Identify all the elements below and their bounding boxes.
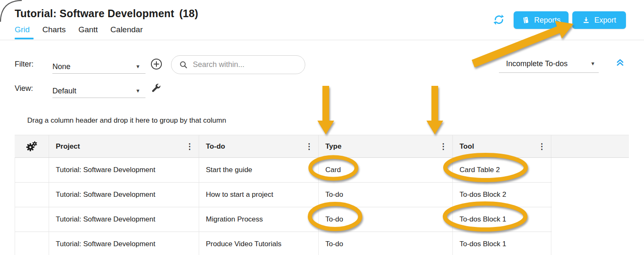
cell-project[interactable]: Tutorial: Software Development xyxy=(49,232,199,255)
column-header-filler xyxy=(551,135,629,157)
search-icon xyxy=(179,60,188,70)
column-header-label: Tool xyxy=(460,142,474,151)
cell-tool[interactable]: To-dos Block 1 xyxy=(453,207,551,232)
page-title: Tutorial: Software Development(18) xyxy=(15,8,198,20)
caret-down-icon: ▼ xyxy=(135,88,140,94)
view-tabs: Grid Charts Gantt Calendar xyxy=(15,25,143,39)
view-dropdown[interactable]: Default ▼ xyxy=(52,84,145,98)
reports-button[interactable]: Reports xyxy=(514,11,569,29)
page-title-text: Tutorial: Software Development xyxy=(15,8,174,19)
column-menu-icon[interactable]: ⋮ xyxy=(186,142,194,151)
tab-calendar[interactable]: Calendar xyxy=(110,25,143,39)
cell-todo[interactable]: Start the guide xyxy=(199,158,319,182)
caret-down-icon: ▼ xyxy=(135,64,140,70)
cell-project[interactable]: Tutorial: Software Development xyxy=(49,158,199,182)
download-icon xyxy=(582,16,590,24)
cell-type[interactable]: To-do xyxy=(319,207,453,232)
grid-header: Project ⋮ To-do ⋮ Type ⋮ Tool ⋮ xyxy=(15,135,629,158)
column-header-tool[interactable]: Tool ⋮ xyxy=(453,135,551,157)
column-header-type[interactable]: Type ⋮ xyxy=(319,135,453,157)
cell-type[interactable]: To-do xyxy=(319,232,453,255)
header-divider xyxy=(0,40,644,40)
search-input[interactable] xyxy=(192,60,299,70)
gears-icon xyxy=(26,141,37,152)
scope-dropdown[interactable]: Incomplete To-dos ▼ xyxy=(499,55,599,73)
view-label: View: xyxy=(15,84,33,93)
reports-button-label: Reports xyxy=(534,16,561,25)
column-header-label: Project xyxy=(56,142,80,151)
collapse-chevrons-icon[interactable] xyxy=(615,57,626,67)
caret-down-icon: ▼ xyxy=(590,61,595,67)
column-header-project[interactable]: Project ⋮ xyxy=(49,135,199,157)
wrench-icon[interactable] xyxy=(150,82,162,94)
cell-tool[interactable]: To-dos Block 1 xyxy=(453,232,551,255)
tool-column-arrow xyxy=(426,86,443,134)
cell-type[interactable]: To-do xyxy=(319,183,453,207)
export-button-label: Export xyxy=(594,16,616,25)
filter-label: Filter: xyxy=(15,60,34,69)
cell-type[interactable]: Card xyxy=(319,158,453,182)
tab-charts[interactable]: Charts xyxy=(42,25,66,39)
record-count: (18) xyxy=(179,8,198,19)
cell-todo[interactable]: Produce Video Tutorials xyxy=(199,232,319,255)
column-menu-icon[interactable]: ⋮ xyxy=(538,142,546,151)
row-handle-cell xyxy=(15,232,49,255)
export-button[interactable]: Export xyxy=(572,11,626,29)
book-icon xyxy=(522,16,530,25)
table-row[interactable]: Tutorial: Software Development How to st… xyxy=(15,183,552,207)
column-header-label: To-do xyxy=(206,142,225,151)
tab-gantt[interactable]: Gantt xyxy=(78,25,98,39)
cell-project[interactable]: Tutorial: Software Development xyxy=(49,207,199,232)
view-value: Default xyxy=(52,87,76,95)
filter-dropdown[interactable]: None ▼ xyxy=(52,60,145,74)
cell-project[interactable]: Tutorial: Software Development xyxy=(49,183,199,207)
type-column-arrow xyxy=(317,86,334,134)
grid-body: Tutorial: Software Development Start the… xyxy=(15,158,552,255)
column-menu-icon[interactable]: ⋮ xyxy=(305,142,313,151)
cell-tool[interactable]: To-dos Block 2 xyxy=(453,183,551,207)
column-header-label: Type xyxy=(325,142,341,151)
refresh-icon[interactable] xyxy=(493,14,505,26)
column-header-todo[interactable]: To-do ⋮ xyxy=(199,135,319,157)
grouping-hint: Drag a column header and drop it here to… xyxy=(27,116,226,125)
table-row[interactable]: Tutorial: Software Development Start the… xyxy=(15,158,552,183)
scope-value: Incomplete To-dos xyxy=(506,59,568,68)
filter-value: None xyxy=(52,62,70,71)
row-handle-cell xyxy=(15,207,49,232)
table-row[interactable]: Tutorial: Software Development Migration… xyxy=(15,207,552,232)
row-handle-cell xyxy=(15,183,49,207)
add-filter-icon[interactable] xyxy=(151,58,162,70)
search-box[interactable] xyxy=(171,55,305,74)
app-window: Tutorial: Software Development(18) Grid … xyxy=(0,0,644,255)
cell-tool[interactable]: Card Table 2 xyxy=(453,158,551,182)
cell-todo[interactable]: How to start a project xyxy=(199,183,319,207)
table-row[interactable]: Tutorial: Software Development Produce V… xyxy=(15,232,552,255)
active-tab-underline xyxy=(15,38,34,39)
column-menu-icon[interactable]: ⋮ xyxy=(439,142,447,151)
cell-todo[interactable]: Migration Process xyxy=(199,207,319,232)
row-handle-cell xyxy=(15,158,49,182)
column-settings-cell[interactable] xyxy=(15,135,49,157)
tab-grid[interactable]: Grid xyxy=(15,25,30,39)
